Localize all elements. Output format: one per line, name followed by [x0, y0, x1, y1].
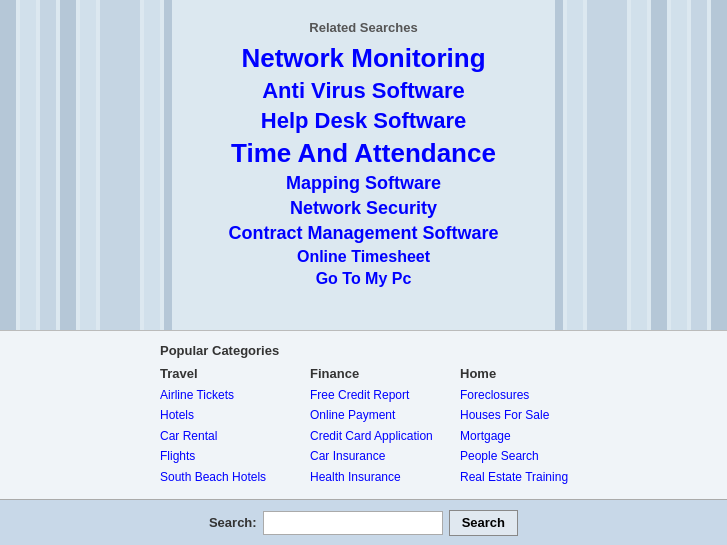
page-wrapper: Related Searches Network Monitoring Anti…: [0, 0, 727, 545]
stripe-5: [80, 0, 96, 330]
link-network-monitoring[interactable]: Network Monitoring: [104, 43, 624, 74]
popular-section: Popular Categories Travel Airline Ticket…: [0, 330, 727, 499]
search-bar: Search: Search: [0, 499, 727, 545]
stripe-r4: [631, 0, 647, 330]
link-people-search[interactable]: People Search: [460, 446, 590, 466]
link-credit-card[interactable]: Credit Card Application: [310, 426, 440, 446]
link-houses-for-sale[interactable]: Houses For Sale: [460, 405, 590, 425]
top-section: Related Searches Network Monitoring Anti…: [0, 0, 727, 330]
link-free-credit[interactable]: Free Credit Report: [310, 385, 440, 405]
link-go-to-my-pc[interactable]: Go To My Pc: [104, 270, 624, 288]
travel-header: Travel: [160, 366, 290, 381]
category-travel: Travel Airline Tickets Hotels Car Rental…: [160, 366, 290, 487]
link-south-beach[interactable]: South Beach Hotels: [160, 467, 290, 487]
stripe-4: [60, 0, 76, 330]
stripe-1: [0, 0, 16, 330]
finance-header: Finance: [310, 366, 440, 381]
related-searches-title: Related Searches: [104, 20, 624, 35]
category-finance: Finance Free Credit Report Online Paymen…: [310, 366, 440, 487]
link-car-rental[interactable]: Car Rental: [160, 426, 290, 446]
link-health-insurance[interactable]: Health Insurance: [310, 467, 440, 487]
link-contract-management[interactable]: Contract Management Software: [104, 223, 624, 244]
stripe-2: [20, 0, 36, 330]
link-online-payment[interactable]: Online Payment: [310, 405, 440, 425]
center-content: Related Searches Network Monitoring Anti…: [104, 10, 624, 292]
link-hotels[interactable]: Hotels: [160, 405, 290, 425]
stripe-r6: [671, 0, 687, 330]
popular-categories-title: Popular Categories: [160, 343, 707, 358]
link-network-security[interactable]: Network Security: [104, 198, 624, 219]
home-header: Home: [460, 366, 590, 381]
link-car-insurance[interactable]: Car Insurance: [310, 446, 440, 466]
stripe-r5: [651, 0, 667, 330]
categories-grid: Travel Airline Tickets Hotels Car Rental…: [160, 366, 707, 487]
stripe-r8: [711, 0, 727, 330]
link-anti-virus[interactable]: Anti Virus Software: [104, 78, 624, 104]
search-input[interactable]: [263, 511, 443, 535]
link-time-attendance[interactable]: Time And Attendance: [104, 138, 624, 169]
stripe-r7: [691, 0, 707, 330]
link-help-desk[interactable]: Help Desk Software: [104, 108, 624, 134]
link-foreclosures[interactable]: Foreclosures: [460, 385, 590, 405]
link-mapping-software[interactable]: Mapping Software: [104, 173, 624, 194]
link-flights[interactable]: Flights: [160, 446, 290, 466]
link-online-timesheet[interactable]: Online Timesheet: [104, 248, 624, 266]
category-home: Home Foreclosures Houses For Sale Mortga…: [460, 366, 590, 487]
search-label: Search:: [209, 515, 257, 530]
search-button[interactable]: Search: [449, 510, 518, 536]
link-real-estate[interactable]: Real Estate Training: [460, 467, 590, 487]
link-airline-tickets[interactable]: Airline Tickets: [160, 385, 290, 405]
link-mortgage[interactable]: Mortgage: [460, 426, 590, 446]
stripe-3: [40, 0, 56, 330]
